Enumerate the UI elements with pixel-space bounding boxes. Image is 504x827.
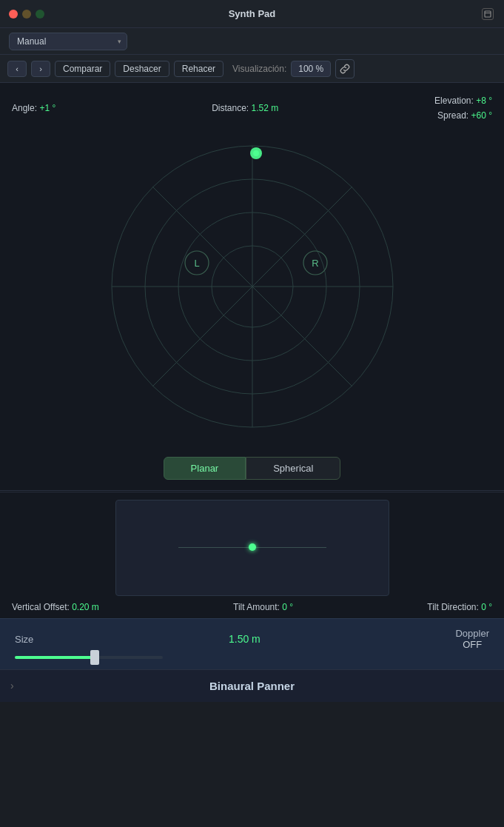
dropdown-bar: Manual ▾ bbox=[0, 28, 504, 55]
svg-text:L: L bbox=[194, 258, 199, 269]
side-view-dot bbox=[249, 543, 256, 551]
bottom-info-row: Vertical Offset: 0.20 m Tilt Amount: 0 °… bbox=[0, 596, 504, 618]
vertical-offset-display: Vertical Offset: 0.20 m bbox=[12, 602, 99, 612]
tilt-direction-display: Tilt Direction: 0 ° bbox=[427, 602, 492, 612]
next-button[interactable]: › bbox=[31, 61, 50, 77]
side-view-box[interactable] bbox=[115, 500, 389, 596]
tilt-amount-value: 0 ° bbox=[282, 602, 293, 612]
mode-buttons: Planar Spherical bbox=[0, 449, 504, 490]
toolbar: ‹ › Comparar Deshacer Rehacer Visualizac… bbox=[0, 55, 504, 83]
vertical-offset-label: Vertical Offset: bbox=[12, 602, 70, 612]
distance-label: Distance: bbox=[212, 103, 249, 113]
info-row: Angle: +1 ° Distance: 1.52 m Elevation: … bbox=[0, 90, 504, 127]
size-slider-fill bbox=[15, 656, 95, 659]
tilt-amount-label: Tilt Amount: bbox=[233, 602, 280, 612]
spread-label: Spread: bbox=[437, 110, 468, 121]
window-title: Synth Pad bbox=[229, 8, 276, 19]
preset-dropdown-wrap[interactable]: Manual ▾ bbox=[9, 33, 127, 50]
zoom-value[interactable]: 100 % bbox=[291, 61, 331, 77]
tilt-direction-value: 0 ° bbox=[481, 602, 492, 612]
side-view-container[interactable] bbox=[0, 500, 504, 596]
redo-button[interactable]: Rehacer bbox=[174, 61, 224, 77]
svg-point-15 bbox=[253, 150, 259, 156]
prev-button[interactable]: ‹ bbox=[7, 61, 27, 77]
size-section: Size bbox=[15, 632, 33, 646]
minimize-button[interactable] bbox=[22, 10, 31, 19]
controls-row-top: Size 1.50 m Doppler OFF bbox=[15, 628, 489, 650]
svg-rect-0 bbox=[485, 11, 491, 17]
size-slider-thumb[interactable] bbox=[90, 650, 99, 665]
preset-dropdown[interactable]: Manual bbox=[9, 33, 127, 50]
angle-display: Angle: +1 ° bbox=[12, 103, 56, 113]
traffic-lights bbox=[9, 10, 44, 19]
angle-value: +1 ° bbox=[39, 103, 56, 113]
footer-title: Binaural Panner bbox=[209, 680, 295, 692]
doppler-label: Doppler bbox=[455, 628, 489, 639]
doppler-value[interactable]: OFF bbox=[455, 639, 489, 650]
elevation-value: +8 ° bbox=[476, 96, 492, 106]
size-value-display: 1.50 m bbox=[229, 632, 261, 646]
visualization-label: Visualización: bbox=[232, 64, 286, 74]
compare-button[interactable]: Comparar bbox=[55, 61, 110, 77]
doppler-section: Doppler OFF bbox=[455, 628, 489, 650]
side-section: Vertical Offset: 0.20 m Tilt Amount: 0 °… bbox=[0, 492, 504, 618]
side-view-line bbox=[178, 547, 326, 548]
elevation-spread-display: Elevation: +8 ° Spread: +60 ° bbox=[434, 93, 492, 124]
elevation-label: Elevation: bbox=[434, 96, 474, 106]
polar-container[interactable]: L R bbox=[0, 127, 504, 449]
planar-button[interactable]: Planar bbox=[164, 457, 246, 480]
spread-value: +60 ° bbox=[471, 110, 492, 121]
size-label: Size bbox=[15, 634, 33, 645]
tilt-direction-label: Tilt Direction: bbox=[427, 602, 479, 612]
undo-button[interactable]: Deshacer bbox=[115, 61, 169, 77]
slider-container[interactable] bbox=[15, 656, 489, 659]
distance-value: 1.52 m bbox=[252, 103, 279, 113]
polar-grid[interactable]: L R bbox=[97, 131, 408, 442]
maximize-button[interactable] bbox=[36, 10, 44, 19]
size-slider-track[interactable] bbox=[15, 656, 163, 659]
close-button[interactable] bbox=[9, 10, 18, 19]
controls-section: Size 1.50 m Doppler OFF bbox=[0, 618, 504, 669]
vertical-offset-value: 0.20 m bbox=[72, 602, 99, 612]
svg-text:R: R bbox=[312, 258, 318, 269]
window-icon[interactable] bbox=[482, 8, 494, 20]
footer-chevron-icon[interactable]: › bbox=[10, 680, 14, 692]
title-bar: Synth Pad bbox=[0, 0, 504, 28]
panner-section: Angle: +1 ° Distance: 1.52 m Elevation: … bbox=[0, 83, 504, 490]
tilt-amount-display: Tilt Amount: 0 ° bbox=[233, 602, 293, 612]
angle-label: Angle: bbox=[12, 103, 37, 113]
spherical-button[interactable]: Spherical bbox=[246, 457, 340, 480]
zoom-control[interactable]: 100 % bbox=[291, 61, 331, 77]
footer: › Binaural Panner bbox=[0, 669, 504, 702]
size-value: 1.50 m bbox=[229, 633, 261, 645]
distance-display: Distance: 1.52 m bbox=[212, 103, 278, 113]
link-button[interactable] bbox=[335, 59, 355, 78]
